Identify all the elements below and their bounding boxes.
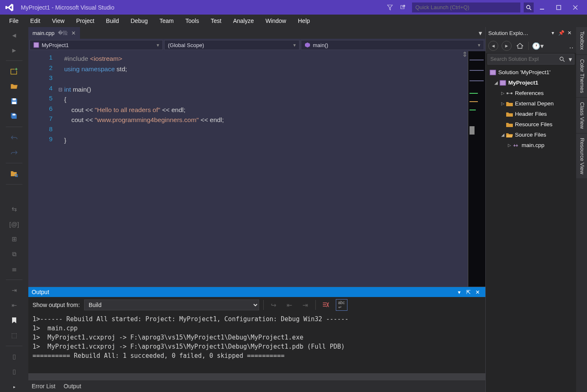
function-dropdown[interactable]: main() ▼ (301, 40, 484, 50)
menu-help[interactable]: Help (292, 16, 316, 26)
menu-debug[interactable]: Debug (125, 16, 154, 26)
more-icon[interactable]: ‥ (569, 42, 574, 50)
window-position-icon[interactable]: ▾ (455, 289, 464, 295)
new-project-icon[interactable] (8, 66, 20, 77)
close-tab-icon[interactable]: ✕ (71, 30, 76, 36)
find-in-files-icon[interactable] (8, 168, 20, 179)
tab-output[interactable]: Output (63, 381, 82, 391)
next-message-icon[interactable]: ⇥ (300, 299, 311, 311)
menu-window[interactable]: Window (260, 16, 292, 26)
home-icon[interactable] (515, 41, 525, 51)
search-options-icon[interactable]: ▾ (566, 55, 574, 63)
project-node[interactable]: ◢ MyProject1 (487, 77, 575, 88)
quick-launch-input[interactable] (412, 2, 520, 12)
close-panel-icon[interactable]: ✕ (565, 30, 574, 36)
output-panel-title-bar[interactable]: Output ▾ ⇱ ✕ (28, 287, 485, 297)
project-dropdown[interactable]: MyProject1 ▼ (30, 40, 163, 50)
open-file-icon[interactable] (8, 81, 20, 92)
output-text-area[interactable]: 1>------ Rebuild All started: Project: M… (28, 313, 485, 373)
tab-overflow-button[interactable]: ▾ (475, 27, 485, 39)
menu-edit[interactable]: Edit (25, 16, 46, 26)
tab-color-themes[interactable]: Color Themes (576, 55, 587, 97)
menu-team[interactable]: Team (154, 16, 180, 26)
nav-forward-icon[interactable]: ► (8, 45, 20, 55)
svg-rect-23 (500, 80, 506, 85)
minimize-button[interactable] (534, 0, 550, 15)
redo-icon[interactable] (8, 147, 20, 158)
tab-toolbox[interactable]: Toolbox (576, 27, 587, 54)
clear-all-icon[interactable] (320, 299, 332, 311)
menu-test[interactable]: Test (205, 16, 227, 26)
toolbox-icon-8[interactable]: ⬚ (8, 330, 20, 341)
save-all-icon[interactable] (8, 111, 20, 122)
expand-toolbar-icon[interactable]: ▸ (8, 381, 20, 392)
word-wrap-icon[interactable]: abc↵ (336, 299, 347, 311)
menu-build[interactable]: Build (100, 16, 125, 26)
external-dependencies-node[interactable]: ▷ External Depen (487, 98, 575, 109)
scope-dropdown[interactable]: (Global Scope) ▼ (164, 40, 300, 50)
window-position-icon[interactable]: ▾ (549, 30, 557, 36)
left-toolbar: ◄ ► ⇆ [@] ⊞ ⧉ ≣ ⇥ ⇤ ⬚ ▯ ▯ ▸ (0, 27, 28, 392)
solution-search-input[interactable] (488, 56, 558, 62)
toolbox-icon-3[interactable]: ⊞ (8, 234, 20, 245)
tab-resource-view[interactable]: Resource View (576, 134, 587, 178)
menu-view[interactable]: View (46, 16, 70, 26)
pin-icon[interactable]: �险 (58, 30, 68, 37)
toolbox-icon-1[interactable]: ⇆ (8, 204, 20, 215)
maximize-button[interactable] (550, 0, 567, 15)
save-icon[interactable] (8, 96, 20, 107)
back-button[interactable]: ◄ (488, 41, 498, 51)
solution-node[interactable]: Solution 'MyProject1' (487, 67, 575, 77)
undo-icon[interactable] (8, 132, 20, 143)
tab-error-list[interactable]: Error List (31, 381, 56, 391)
expand-icon[interactable]: ▷ (500, 101, 506, 106)
solution-explorer-title-bar[interactable]: Solution Explo… ▾ 📌 ✕ (486, 27, 576, 39)
main-cpp-node[interactable]: ▷ ++ main.cpp (487, 140, 575, 150)
split-handle-icon[interactable]: ⇕ (461, 51, 468, 57)
bookmark-icon[interactable] (8, 315, 20, 326)
code-editor[interactable]: 123456789 ⊟ #include <iostream>using nam… (28, 51, 485, 287)
notifications-icon[interactable] (396, 1, 409, 14)
expand-icon[interactable]: ◢ (493, 80, 499, 85)
toolbox-icon-2[interactable]: [@] (8, 219, 20, 230)
nav-back-icon[interactable]: ◄ (8, 30, 20, 40)
tab-class-view[interactable]: Class View (576, 98, 587, 133)
svg-rect-24 (507, 92, 508, 94)
source-files-node[interactable]: ◢ Source Files (487, 130, 575, 140)
expand-icon[interactable]: ▷ (500, 91, 506, 95)
toolbox-icon-6[interactable]: ⇥ (8, 285, 20, 296)
expand-icon[interactable]: ◢ (500, 132, 506, 137)
menu-tools[interactable]: Tools (180, 16, 205, 26)
toolbox-icon-10[interactable]: ▯ (8, 366, 20, 377)
toolbox-icon-7[interactable]: ⇤ (8, 300, 20, 311)
toolbox-icon-9[interactable]: ▯ (8, 351, 20, 362)
history-icon[interactable]: 🕐▾ (532, 42, 544, 50)
tab-main-cpp[interactable]: main.cpp �险 ✕ (28, 27, 80, 39)
resource-files-node[interactable]: Resource Files (487, 119, 575, 130)
method-icon (305, 42, 310, 48)
overview-ruler[interactable] (468, 51, 485, 287)
prev-message-icon[interactable]: ⇤ (284, 299, 295, 311)
forward-button[interactable]: ► (502, 41, 512, 51)
toolbox-icon-5[interactable]: ≣ (8, 264, 20, 275)
filter-icon[interactable] (384, 1, 396, 14)
pin-icon[interactable]: 📌 (557, 30, 565, 36)
menu-file[interactable]: File (3, 16, 25, 26)
toolbox-icon-4[interactable]: ⧉ (8, 249, 20, 260)
header-files-node[interactable]: Header Files (487, 109, 575, 119)
search-icon[interactable] (558, 57, 566, 62)
fold-gutter[interactable]: ⊟ (57, 51, 64, 287)
pin-icon[interactable]: ⇱ (464, 289, 473, 295)
svg-text:++: ++ (513, 143, 518, 148)
references-node[interactable]: ▷ References (487, 88, 575, 98)
close-button[interactable] (567, 0, 584, 15)
quick-launch-search-button[interactable] (524, 2, 534, 12)
output-horizontal-scrollbar[interactable] (28, 373, 485, 380)
close-panel-icon[interactable]: ✕ (473, 289, 482, 295)
menu-analyze[interactable]: Analyze (227, 16, 260, 26)
menu-project[interactable]: Project (70, 16, 100, 26)
code-text-area[interactable]: #include <iostream>using namespace std; … (64, 51, 461, 287)
show-output-from-select[interactable]: Build (84, 300, 259, 310)
goto-message-icon[interactable]: ↪ (268, 299, 280, 311)
expand-icon[interactable]: ▷ (507, 143, 512, 147)
